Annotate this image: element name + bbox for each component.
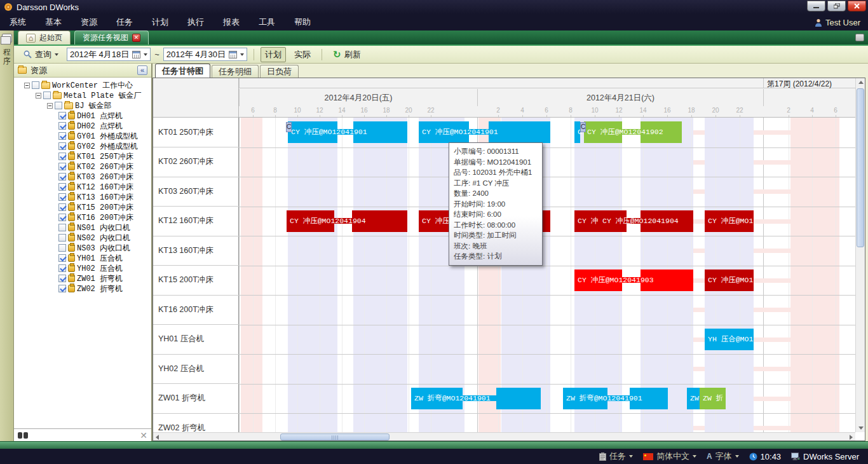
menu-item-5[interactable]: 执行 <box>178 17 214 28</box>
tab-resource-task-view[interactable]: 资源任务视图 ✕ <box>74 31 149 44</box>
user-indicator[interactable]: Test User <box>815 18 860 27</box>
tree-checkbox[interactable] <box>58 275 66 282</box>
tree-item-17[interactable]: YH01 压合机 <box>14 253 151 263</box>
task-bar[interactable]: CY 冲压@MO12041904 <box>287 210 407 232</box>
refresh-button[interactable]: ↻ 刷新 <box>329 47 365 62</box>
tree-item-15[interactable]: NS02 内收口机 <box>14 233 151 243</box>
menu-item-1[interactable]: 基本 <box>36 17 71 28</box>
tree-item-4[interactable]: DH02 点焊机 <box>14 121 151 131</box>
tree-item-16[interactable]: NS03 内收口机 <box>14 243 151 253</box>
tree-checkbox[interactable] <box>32 81 39 89</box>
tree-item-12[interactable]: KT15 200T冲床 <box>14 202 151 212</box>
find-icon[interactable] <box>18 432 140 439</box>
menu-item-3[interactable]: 任务 <box>107 17 142 28</box>
tree-checkbox[interactable] <box>58 244 66 252</box>
horizontal-scrollbar[interactable] <box>153 432 855 440</box>
task-bar[interactable]: ZW <box>687 388 700 409</box>
task-bar[interactable]: YH 压合@MO1 <box>705 329 754 350</box>
date-from-dropdown-icon[interactable] <box>144 53 147 56</box>
tree-checkbox[interactable] <box>58 163 66 170</box>
window-list-icon[interactable] <box>855 34 864 41</box>
tree-expander-icon[interactable] <box>36 93 41 99</box>
statusbar-font[interactable]: A 字体 <box>707 451 739 462</box>
tree-item-8[interactable]: KT02 260T冲床 <box>14 161 151 172</box>
close-button[interactable] <box>848 1 866 11</box>
collapse-panel-button[interactable]: « <box>137 65 147 75</box>
task-bar[interactable]: ZW 折弯@MO12041901 <box>411 388 541 409</box>
menu-item-8[interactable]: 帮助 <box>285 17 320 28</box>
tab-start-page[interactable]: ⌂ 起始页 <box>18 31 71 44</box>
view-tab-0[interactable]: 任务甘特图 <box>155 64 210 78</box>
tab-close-icon[interactable]: ✕ <box>132 34 140 42</box>
tree-item-5[interactable]: GY01 外桶成型机 <box>14 131 151 141</box>
restore-button[interactable] <box>827 1 846 11</box>
task-bar[interactable]: CY 冲 CY 冲压@MO12041904 <box>574 210 693 232</box>
scroll-down-icon[interactable] <box>857 424 865 432</box>
tree-checkbox[interactable] <box>58 285 66 292</box>
tree-checkbox[interactable] <box>58 214 66 221</box>
tree-item-13[interactable]: KT16 200T冲床 <box>14 212 151 222</box>
scroll-right-icon[interactable] <box>847 433 855 441</box>
tree-item-18[interactable]: YH02 压合机 <box>14 263 151 273</box>
tree-checkbox[interactable] <box>58 183 66 191</box>
task-tag[interactable]: C <box>286 122 292 132</box>
date-from-input[interactable]: 2012年 4月18日 <box>67 48 151 61</box>
horizontal-scroll-thumb[interactable] <box>280 433 390 440</box>
view-tab-2[interactable]: 日负荷 <box>260 65 299 78</box>
tree-checkbox[interactable] <box>58 142 66 150</box>
tree-checkbox[interactable] <box>43 92 51 99</box>
menu-item-2[interactable]: 资源 <box>71 17 107 28</box>
statusbar-task-menu[interactable]: 任务 <box>599 451 633 462</box>
dock-label-program[interactable]: 程序 <box>3 48 11 65</box>
task-bar[interactable]: CY 冲压@MO1 <box>705 210 754 232</box>
task-tag[interactable]: C <box>580 122 586 132</box>
menu-item-0[interactable]: 系统 <box>0 17 36 28</box>
tree-checkbox[interactable] <box>58 112 66 119</box>
task-bar[interactable]: CY 冲压@MO12041901 <box>288 121 407 143</box>
tree-item-7[interactable]: KT01 250T冲床 <box>14 151 151 161</box>
task-bar[interactable]: C <box>574 121 580 143</box>
tree-item-1[interactable]: Metal Plate 钣金厂 <box>14 90 151 100</box>
tree-item-3[interactable]: DH01 点焊机 <box>14 111 151 121</box>
view-tab-1[interactable]: 任务明细 <box>212 65 259 78</box>
tree-item-19[interactable]: ZW01 折弯机 <box>14 273 151 283</box>
query-button[interactable]: 查询 <box>19 47 63 62</box>
statusbar-server[interactable]: DWorks Server <box>791 452 859 461</box>
tree-item-14[interactable]: NS01 内收口机 <box>14 222 151 233</box>
tree-item-11[interactable]: KT13 160T冲床 <box>14 192 151 202</box>
menu-item-6[interactable]: 报表 <box>214 17 249 28</box>
vertical-scroll-thumb[interactable] <box>857 88 864 247</box>
tree-checkbox[interactable] <box>58 264 66 272</box>
tree-expander-icon[interactable] <box>24 83 30 88</box>
tree-expander-icon[interactable] <box>47 103 53 109</box>
tree-item-2[interactable]: BJ 钣金部 <box>14 100 151 111</box>
menu-item-4[interactable]: 计划 <box>142 17 178 28</box>
task-bar[interactable]: ZW 折 <box>700 388 726 409</box>
date-to-dropdown-icon[interactable] <box>240 53 244 56</box>
tree-checkbox[interactable] <box>58 193 66 201</box>
tree-item-10[interactable]: KT12 160T冲床 <box>14 182 151 192</box>
tree-checkbox[interactable] <box>58 153 66 160</box>
tree-checkbox[interactable] <box>58 173 66 181</box>
tree-item-6[interactable]: GY02 外桶成型机 <box>14 141 151 151</box>
scroll-up-icon[interactable] <box>857 78 865 86</box>
task-bar[interactable]: ZW 折弯@MO12041901 <box>563 388 668 409</box>
tree-checkbox[interactable] <box>55 102 62 109</box>
actual-toggle-button[interactable]: 实际 <box>290 47 315 62</box>
clear-filter-icon[interactable]: ✕ <box>140 430 147 440</box>
panels-icon[interactable] <box>2 34 12 43</box>
task-bar[interactable]: CY 冲压@MO12041902 <box>584 121 682 143</box>
tree-checkbox[interactable] <box>58 122 66 130</box>
task-bar[interactable]: CY 冲压@MO1 <box>705 270 754 291</box>
tree-checkbox[interactable] <box>58 254 66 262</box>
tree-checkbox[interactable] <box>58 224 66 231</box>
scroll-left-icon[interactable] <box>153 433 161 441</box>
tree-item-0[interactable]: WorkCenter 工作中心 <box>14 80 151 90</box>
tree-checkbox[interactable] <box>58 132 66 140</box>
minimize-button[interactable] <box>807 1 825 11</box>
statusbar-language[interactable]: 简体中文 <box>643 451 696 462</box>
tree-checkbox[interactable] <box>58 234 66 242</box>
date-to-input[interactable]: 2012年 4月30日 <box>163 48 247 61</box>
tree-checkbox[interactable] <box>58 203 66 211</box>
task-bar[interactable]: CY 冲压@MO12041903 <box>574 270 693 291</box>
